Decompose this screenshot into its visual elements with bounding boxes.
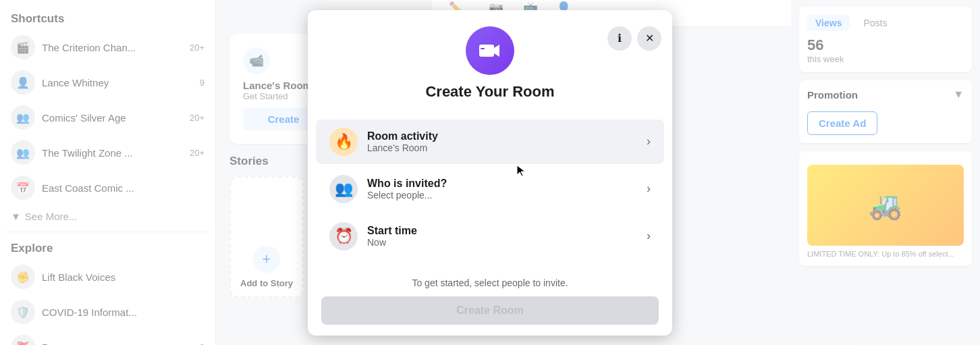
modal-footer: To get started, select people to invite.… — [308, 267, 672, 336]
room-activity-text: Room activity Lance's Room — [367, 130, 637, 153]
room-activity-title: Room activity — [367, 130, 637, 142]
who-invited-title: Who is invited? — [367, 178, 637, 190]
room-activity-row[interactable]: 🔥 Room activity Lance's Room › — [316, 120, 664, 164]
who-invited-text: Who is invited? Select people... — [367, 178, 637, 201]
room-activity-chevron-icon: › — [647, 134, 651, 149]
who-invited-subtitle: Select people... — [367, 190, 637, 201]
start-time-text: Start time Now — [367, 225, 637, 248]
modal-overlay: Create Your Room ℹ ✕ 🔥 Room activity Lan… — [0, 0, 980, 345]
start-time-icon: ⏰ — [329, 222, 358, 250]
modal-controls: ℹ ✕ — [607, 26, 661, 51]
modal-close-button[interactable]: ✕ — [637, 26, 661, 51]
modal-info-button[interactable]: ℹ — [607, 26, 632, 51]
modal-video-icon — [466, 26, 514, 75]
modal-list: 🔥 Room activity Lance's Room › 👥 Who is … — [308, 111, 672, 267]
svg-rect-1 — [481, 48, 485, 49]
modal-title: Create Your Room — [425, 83, 554, 101]
create-room-modal: Create Your Room ℹ ✕ 🔥 Room activity Lan… — [308, 10, 672, 336]
room-activity-subtitle: Lance's Room — [367, 142, 637, 153]
who-invited-icon: 👥 — [329, 175, 358, 203]
who-invited-chevron-icon: › — [647, 182, 651, 196]
who-invited-row[interactable]: 👥 Who is invited? Select people... › — [316, 167, 664, 211]
modal-footer-hint: To get started, select people to invite. — [321, 277, 659, 288]
room-activity-icon: 🔥 — [329, 128, 358, 156]
modal-header: Create Your Room ℹ ✕ — [308, 26, 672, 111]
start-time-row[interactable]: ⏰ Start time Now › — [316, 214, 664, 259]
svg-rect-0 — [479, 45, 494, 57]
start-time-subtitle: Now — [367, 237, 637, 248]
create-room-button[interactable]: Create Room — [321, 296, 659, 325]
start-time-title: Start time — [367, 225, 637, 237]
start-time-chevron-icon: › — [647, 229, 651, 243]
